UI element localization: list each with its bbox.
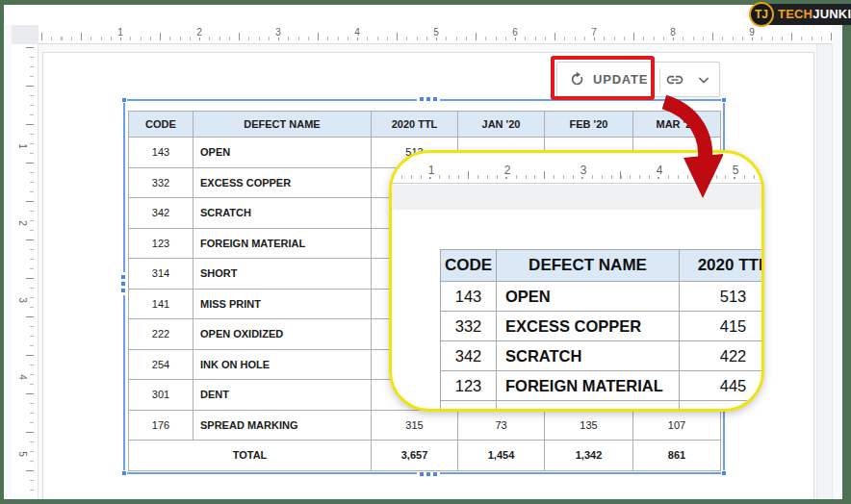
ruler-number: 8 (667, 27, 679, 38)
selection-handle-bottom-left[interactable] (121, 470, 127, 476)
frame-border-bottom (0, 499, 851, 504)
cell-value[interactable]: 123 (129, 228, 193, 259)
cell-defect-name[interactable]: FOREIGN MATERIAL (497, 371, 680, 401)
link-icon (665, 70, 684, 89)
selection-handle-bottom-right[interactable] (721, 470, 727, 476)
selection-handle-top-right[interactable] (721, 97, 727, 103)
techjunkie-logo: TJ TECHJUNKIE (749, 1, 851, 27)
column-header[interactable]: DEFECT NAME (497, 250, 680, 282)
linked-source-button[interactable] (660, 63, 689, 96)
ruler-number: 6 (509, 27, 521, 38)
techjunkie-badge-icon: TJ (749, 2, 774, 27)
cell-defect-name[interactable]: SHORT (497, 401, 680, 413)
techjunkie-wordmark: TECHJUNKIE (764, 4, 851, 25)
cell-value[interactable]: 107 (633, 410, 721, 441)
ruler-number: 1 (426, 164, 438, 177)
selection-handle-top-left[interactable] (121, 97, 127, 103)
callout-page-gap (392, 185, 761, 210)
callout-ruler: 12345 (392, 163, 761, 184)
cell-defect-name[interactable]: INK ON HOLE (193, 349, 372, 380)
column-header[interactable]: CODE (441, 250, 497, 282)
linked-options-button[interactable] (689, 63, 718, 96)
update-button[interactable]: UPDATE (557, 63, 659, 96)
cell-value[interactable]: 222 (129, 319, 193, 350)
ruler-number: 5 (730, 164, 742, 177)
cell-value[interactable]: 123 (441, 371, 497, 401)
cell-value[interactable]: 301 (129, 380, 193, 411)
cell-value[interactable]: 314 (129, 259, 193, 290)
app-top-strip (4, 5, 842, 25)
cell-defect-name[interactable]: SHORT (193, 259, 372, 290)
vertical-scrollbar[interactable] (816, 44, 833, 504)
cell-defect-name[interactable]: SPREAD MARKING (193, 410, 372, 441)
cell-value[interactable]: 415 (680, 312, 765, 341)
cell-value[interactable]: 422 (680, 341, 765, 371)
horizontal-ruler[interactable]: 123456789 (39, 25, 832, 44)
cell-total-value[interactable]: 861 (633, 441, 721, 471)
cell-value[interactable]: 342 (441, 341, 497, 371)
cell-defect-name[interactable]: DENT (193, 380, 372, 411)
ruler-number: 4 (351, 27, 363, 38)
cell-value[interactable]: 141 (129, 289, 193, 319)
cell-defect-name[interactable]: FOREIGN MATERIAL (193, 228, 372, 259)
brand-junkie-text: JUNKIE (812, 7, 851, 21)
selection-drag-handle-bottom[interactable] (417, 471, 440, 477)
selection-drag-handle-left[interactable] (120, 272, 126, 295)
cell-value[interactable]: 135 (545, 410, 633, 441)
callout-defect-table: CODEDEFECT NAME2020 TTL 143OPEN513332EXC… (440, 249, 764, 412)
table-row: 332EXCESS COPPER415 (441, 312, 765, 341)
cell-value[interactable]: 332 (441, 312, 497, 341)
column-header[interactable]: JAN '20 (458, 112, 545, 138)
column-header[interactable]: MAR '20 (633, 112, 721, 138)
column-header[interactable]: 2020 TTL (372, 112, 458, 138)
frame-border-top (0, 0, 851, 5)
column-header[interactable]: 2020 TTL (680, 250, 765, 282)
cell-total-value[interactable]: 1,342 (545, 441, 633, 471)
zoom-callout: 12345 CODEDEFECT NAME2020 TTL 143OPEN513… (389, 150, 764, 412)
cell-value[interactable]: 314 (441, 401, 497, 413)
cell-value[interactable]: 254 (129, 349, 193, 380)
cell-value[interactable]: 342 (129, 198, 193, 229)
vruler-half-ticks (26, 47, 34, 504)
ruler-number: 9 (746, 27, 758, 38)
table-total-row: TOTAL3,6571,4541,342861 (129, 441, 721, 471)
table-header-row: CODEDEFECT NAME2020 TTLJAN '20FEB '20MAR… (129, 112, 721, 138)
cell-defect-name[interactable]: OPEN OXIDIZED (193, 319, 372, 350)
cell-defect-name[interactable]: SCRATCH (193, 198, 372, 229)
table-row: 314SHORT (441, 401, 765, 413)
vertical-ruler[interactable]: 12345 (12, 44, 39, 504)
ruler-number: 4 (654, 164, 666, 177)
table-row: 143OPEN513 (441, 282, 765, 312)
ruler-number: 7 (588, 27, 600, 38)
ruler-number: 2 (502, 164, 514, 177)
table-row: 123FOREIGN MATERIAL445 (441, 371, 765, 401)
ruler-number: 2 (193, 27, 205, 38)
cell-value[interactable]: 332 (129, 167, 193, 198)
column-header[interactable]: DEFECT NAME (193, 112, 372, 138)
ruler-number: 3 (272, 27, 284, 38)
cell-total-label[interactable]: TOTAL (129, 441, 372, 471)
column-header[interactable]: FEB '20 (545, 112, 633, 138)
ruler-number: 3 (17, 295, 28, 305)
ruler-number: 3 (578, 164, 590, 177)
cell-defect-name[interactable]: OPEN (193, 138, 372, 168)
cell-defect-name[interactable]: OPEN (497, 282, 680, 312)
cell-value[interactable]: 73 (458, 410, 545, 441)
cell-defect-name[interactable]: EXCESS COPPER (193, 167, 372, 198)
ruler-number: 1 (115, 27, 126, 38)
cell-value[interactable]: 513 (680, 282, 765, 312)
cell-defect-name[interactable]: EXCESS COPPER (497, 312, 680, 341)
table-header-row: CODEDEFECT NAME2020 TTL (441, 250, 765, 282)
cell-value[interactable]: 176 (129, 410, 193, 441)
cell-value[interactable]: 143 (129, 138, 193, 168)
cell-defect-name[interactable]: SCRATCH (497, 341, 680, 371)
cell-value[interactable]: 445 (680, 371, 765, 401)
cell-value[interactable]: 315 (372, 410, 458, 441)
cell-defect-name[interactable]: MISS PRINT (193, 289, 372, 319)
cell-value[interactable]: 143 (441, 282, 497, 312)
selection-drag-handle-top[interactable] (417, 96, 440, 102)
column-header[interactable]: CODE (129, 112, 193, 138)
ruler-number: 5 (430, 27, 442, 38)
cell-total-value[interactable]: 3,657 (372, 441, 458, 471)
cell-total-value[interactable]: 1,454 (458, 441, 545, 471)
